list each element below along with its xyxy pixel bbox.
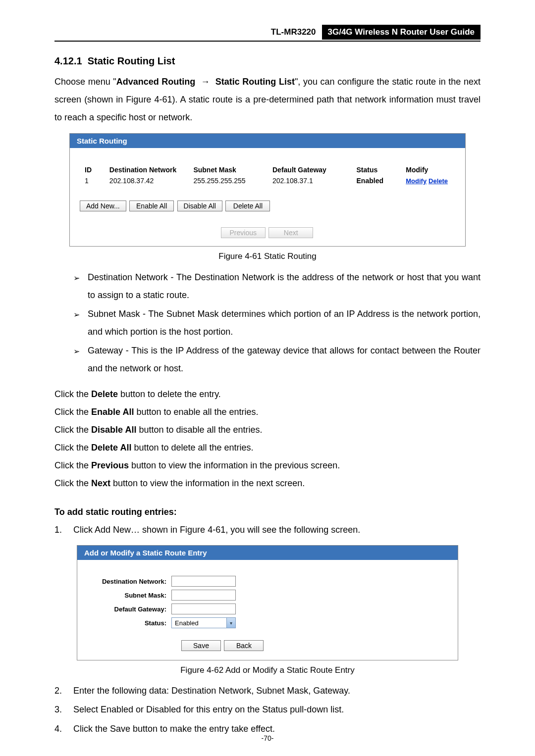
- button-row: Add New... Enable All Disable All Delete…: [70, 196, 465, 220]
- delete-all-button[interactable]: Delete All: [225, 201, 270, 211]
- cell-status: Enabled: [357, 177, 406, 185]
- save-button[interactable]: Save: [181, 640, 221, 651]
- bullet-text: The: [174, 272, 195, 282]
- bullet-label: Destination Network -: [88, 272, 174, 282]
- bullet-marker-icon: ➢: [73, 305, 80, 341]
- page-header: TL-MR3220 3G/4G Wireless N Router User G…: [54, 25, 481, 42]
- panel-title: Add or Modify a Static Route Entry: [77, 546, 458, 560]
- form-label-status: Status:: [82, 619, 171, 627]
- bullet-bold: Destination Network: [195, 272, 275, 282]
- col-modify: Modify: [406, 166, 455, 174]
- intro-text: Choose menu ": [54, 77, 116, 87]
- bullet-marker-icon: ➢: [73, 268, 80, 304]
- subheading: To add static routing entries:: [54, 507, 481, 517]
- header-title: 3G/4G Wireless N Router User Guide: [322, 25, 481, 40]
- bullet-label: Subnet Mask -: [88, 309, 146, 319]
- next-button[interactable]: Next: [268, 227, 313, 238]
- figure-caption-1: Figure 4-61 Static Routing: [54, 252, 481, 261]
- bullet-text: The: [146, 309, 166, 319]
- form-button-row: Save Back: [82, 631, 453, 651]
- intro-paragraph: Choose menu "Advanced Routing → Static R…: [54, 73, 481, 126]
- click-line: Click the Enable All button to enable al…: [54, 403, 481, 421]
- table-row: 1 202.108.37.42 255.255.255.255 202.108.…: [80, 177, 455, 185]
- add-new-button[interactable]: Add New...: [80, 201, 126, 211]
- numbered-list: 1. Click Add New… shown in Figure 4-61, …: [54, 521, 481, 538]
- bullet-item: ➢ Gateway - This is the IP Address of th…: [73, 342, 481, 377]
- numbered-item: 3. Select Enabled or Disabled for this e…: [54, 701, 481, 718]
- cell-modify: Modify Delete: [406, 177, 455, 185]
- intro-menu2: Static Routing List: [215, 77, 295, 87]
- destination-network-input[interactable]: [171, 576, 236, 587]
- disable-all-button[interactable]: Disable All: [177, 201, 222, 211]
- modify-link[interactable]: Modify: [406, 177, 427, 185]
- num-marker: 3.: [54, 701, 64, 718]
- num-marker: 1.: [54, 521, 64, 538]
- col-gw: Default Gateway: [272, 166, 357, 174]
- numbered-item: 1. Click Add New… shown in Figure 4-61, …: [54, 521, 481, 538]
- form-label-dest: Destination Network:: [82, 578, 171, 585]
- section-title: Static Routing List: [88, 55, 175, 66]
- status-select-value: Enabled: [172, 619, 226, 627]
- click-line: Click the Delete All button to delete al…: [54, 439, 481, 456]
- click-line: Click the Previous button to view the in…: [54, 456, 481, 474]
- form-row: Default Gateway:: [82, 604, 453, 614]
- chevron-down-icon: ▾: [226, 618, 235, 628]
- arrow-icon: →: [201, 77, 210, 87]
- col-mask: Subnet Mask: [193, 166, 272, 174]
- form-row: Subnet Mask:: [82, 590, 453, 601]
- bullet-bold: Subnet Mask: [166, 309, 219, 319]
- num-marker: 2.: [54, 682, 64, 699]
- default-gateway-input[interactable]: [171, 604, 236, 614]
- click-line: Click the Disable All button to disable …: [54, 421, 481, 439]
- numbered-list-cont: 2. Enter the following data: Destination…: [54, 682, 481, 737]
- intro-menu1: Advanced Routing: [116, 77, 196, 87]
- cell-id: 1: [80, 177, 109, 185]
- form-label-mask: Subnet Mask:: [82, 592, 171, 599]
- cell-gw: 202.108.37.1: [272, 177, 357, 185]
- subnet-mask-input[interactable]: [171, 590, 236, 601]
- delete-link[interactable]: Delete: [428, 177, 448, 185]
- pagination-row: Previous Next: [70, 220, 465, 246]
- col-dest: Destination Network: [109, 166, 194, 174]
- section-number: 4.12.1: [54, 55, 82, 66]
- click-line: Click the Delete button to delete the en…: [54, 385, 481, 403]
- bullet-item: ➢ Subnet Mask - The Subnet Mask determin…: [73, 305, 481, 341]
- col-status: Status: [357, 166, 406, 174]
- bullet-item: ➢ Destination Network - The Destination …: [73, 268, 481, 304]
- enable-all-button[interactable]: Enable All: [129, 201, 174, 211]
- figure-caption-2: Figure 4-62 Add or Modify a Static Route…: [54, 665, 481, 675]
- bullet-marker-icon: ➢: [73, 342, 80, 377]
- bullet-label: Gateway -: [88, 346, 129, 355]
- bullet-text: This is the IP Address of the gateway de…: [88, 346, 481, 373]
- static-routing-screenshot: Static Routing ID Destination Network Su…: [69, 133, 466, 247]
- back-button[interactable]: Back: [224, 640, 264, 651]
- section-heading: 4.12.1 Static Routing List: [54, 55, 481, 67]
- cell-dest: 202.108.37.42: [109, 177, 194, 185]
- bullet-list: ➢ Destination Network - The Destination …: [73, 268, 481, 377]
- num-text: Enter the following data: Destination Ne…: [73, 682, 481, 699]
- form-row: Status: Enabled ▾: [82, 617, 453, 628]
- page-number: -70-: [0, 734, 535, 742]
- header-model: TL-MR3220: [265, 25, 322, 40]
- numbered-item: 2. Enter the following data: Destination…: [54, 682, 481, 699]
- cell-mask: 255.255.255.255: [193, 177, 272, 185]
- form-label-gw: Default Gateway:: [82, 605, 171, 613]
- col-id: ID: [80, 166, 109, 174]
- status-select[interactable]: Enabled ▾: [171, 617, 236, 628]
- table-header-row: ID Destination Network Subnet Mask Defau…: [80, 166, 455, 174]
- form-row: Destination Network:: [82, 576, 453, 587]
- add-modify-screenshot: Add or Modify a Static Route Entry Desti…: [77, 545, 458, 660]
- panel-title: Static Routing: [70, 134, 465, 148]
- previous-button[interactable]: Previous: [221, 227, 266, 238]
- click-line: Click the Next button to view the inform…: [54, 474, 481, 492]
